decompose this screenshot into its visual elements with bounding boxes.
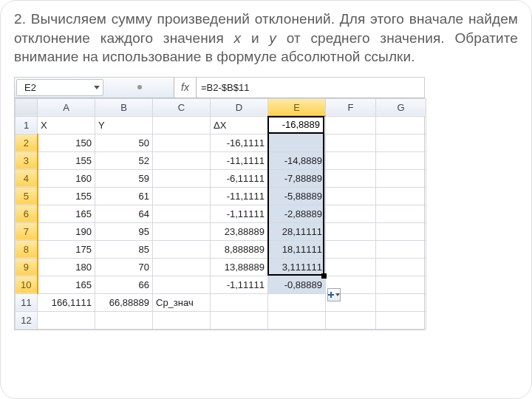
row-hdr-8[interactable]: 8 [16,240,38,258]
row-hdr-6[interactable]: 6 [16,205,38,222]
autofill-options-button[interactable] [327,288,341,301]
cell-D12[interactable] [211,311,268,329]
cell-A9[interactable]: 180 [38,258,95,276]
cell-E2[interactable] [268,134,326,151]
cell-C11[interactable]: Ср_знач [153,293,211,311]
cell-G3[interactable] [376,151,426,169]
cell-E3[interactable]: -14,8889 [268,151,326,169]
cell-D5[interactable]: -11,1111 [211,187,268,205]
cell-A4[interactable]: 160 [38,169,95,187]
cell-A7[interactable]: 190 [38,222,95,240]
cell-E7[interactable]: 28,11111 [268,222,326,240]
cell-D2[interactable]: -16,1111 [211,134,268,151]
spreadsheet-grid[interactable]: A B C D E F G 1 X Y ΔX ΔY [15,98,426,330]
cell-D8[interactable]: 8,888889 [211,240,268,258]
row-hdr-7[interactable]: 7 [16,222,38,240]
cell-C3[interactable] [153,151,211,169]
cell-G1[interactable] [376,116,426,134]
col-hdr-B[interactable]: B [95,98,153,116]
cell-D10[interactable]: -1,11111 [211,276,268,293]
fx-button[interactable]: fx [174,78,197,98]
cell-G8[interactable] [376,240,426,258]
cell-C4[interactable] [153,169,211,187]
cell-D9[interactable]: 13,88889 [211,258,268,276]
name-box[interactable]: E2 [16,79,103,96]
cell-B12[interactable] [95,311,153,329]
col-hdr-E[interactable]: E [268,98,326,116]
cell-F8[interactable] [326,240,376,258]
cell-C1[interactable] [153,116,211,134]
col-hdr-D[interactable]: D [211,98,268,116]
formula-input[interactable]: =B2-$B$11 [197,78,424,98]
cell-E5[interactable]: -5,88889 [268,187,326,205]
cell-C7[interactable] [153,222,211,240]
cell-C10[interactable] [153,276,211,293]
cell-A2[interactable]: 150 [38,134,95,151]
cell-F4[interactable] [326,169,376,187]
cell-F2[interactable] [326,134,376,151]
cell-G5[interactable] [376,187,426,205]
cell-D3[interactable]: -11,1111 [211,151,268,169]
cell-C6[interactable] [153,205,211,222]
cell-E10[interactable]: -0,88889 [268,276,326,293]
col-hdr-A[interactable]: A [38,98,95,116]
cell-F1[interactable] [326,116,376,134]
cell-A1[interactable]: X [38,116,95,134]
cell-G2[interactable] [376,134,426,151]
cell-C5[interactable] [153,187,211,205]
cell-G11[interactable] [376,293,426,311]
cell-E11[interactable] [268,293,326,311]
cell-D7[interactable]: 23,88889 [211,222,268,240]
cell-C2[interactable] [153,134,211,151]
cell-E12[interactable] [268,311,326,329]
cell-E6[interactable]: -2,88889 [268,205,326,222]
fill-handle[interactable] [321,273,327,279]
row-hdr-11[interactable]: 11 [16,293,38,311]
cell-F5[interactable] [326,187,376,205]
cell-E9[interactable]: 3,111111 [268,258,326,276]
row-hdr-10[interactable]: 10 [16,276,38,293]
cell-D11[interactable] [211,293,268,311]
cell-G10[interactable] [376,276,426,293]
cell-B8[interactable]: 85 [95,240,153,258]
cell-G4[interactable] [376,169,426,187]
col-hdr-F[interactable]: F [326,98,376,116]
cell-A11[interactable]: 166,1111 [38,293,95,311]
row-hdr-12[interactable]: 12 [16,311,38,329]
cell-F12[interactable] [326,311,376,329]
row-hdr-2[interactable]: 2 [16,134,38,151]
cell-C9[interactable] [153,258,211,276]
cell-F7[interactable] [326,222,376,240]
cell-A8[interactable]: 175 [38,240,95,258]
row-hdr-1[interactable]: 1 [16,116,38,134]
cell-B4[interactable]: 59 [95,169,153,187]
col-hdr-G[interactable]: G [376,98,426,116]
cell-F9[interactable] [326,258,376,276]
select-all-corner[interactable] [16,98,38,116]
cell-B7[interactable]: 95 [95,222,153,240]
cell-B5[interactable]: 61 [95,187,153,205]
cell-D6[interactable]: -1,11111 [211,205,268,222]
row-hdr-9[interactable]: 9 [16,258,38,276]
cell-B2[interactable]: 50 [95,134,153,151]
cell-B3[interactable]: 52 [95,151,153,169]
cell-B10[interactable]: 66 [95,276,153,293]
row-hdr-5[interactable]: 5 [16,187,38,205]
cell-E4[interactable]: -7,88889 [268,169,326,187]
name-box-dropdown-icon[interactable] [94,86,100,89]
row-hdr-4[interactable]: 4 [16,169,38,187]
cell-G9[interactable] [376,258,426,276]
cell-E1[interactable]: ΔY [268,116,326,134]
cell-B11[interactable]: 66,88889 [95,293,153,311]
cell-C8[interactable] [153,240,211,258]
cell-C12[interactable] [153,311,211,329]
cell-D4[interactable]: -6,11111 [211,169,268,187]
cell-G6[interactable] [376,205,426,222]
cell-E8[interactable]: 18,11111 [268,240,326,258]
cell-F6[interactable] [326,205,376,222]
col-hdr-C[interactable]: C [153,98,211,116]
cell-B1[interactable]: Y [95,116,153,134]
row-hdr-3[interactable]: 3 [16,151,38,169]
cell-A10[interactable]: 165 [38,276,95,293]
cell-G12[interactable] [376,311,426,329]
